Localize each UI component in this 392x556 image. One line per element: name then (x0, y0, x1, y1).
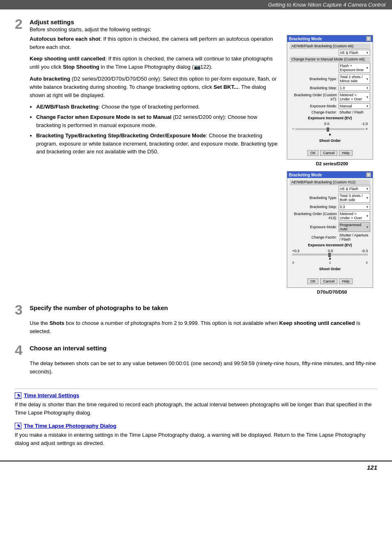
step-4-para: The delay between shots can be set to an… (30, 359, 377, 376)
d70-buttons: OK Cancel Help (290, 277, 370, 286)
d70-increment-label: Exposure Increment (EV) (290, 243, 370, 247)
d2-bracketing-type-select[interactable]: Total 2 shots / Minus side ▼ (339, 74, 370, 84)
d70-dialog-wrapper: Bracketing Mode × AE/WB/Flash Bracketing… (287, 171, 377, 295)
page-content: 2 Adjust settings Before shooting starts… (0, 9, 392, 461)
d70-bracketing-type-select[interactable]: Total 3 shots / Both side ▼ (339, 193, 370, 203)
autofocus-para: Autofocus before each shot: If this opti… (30, 35, 279, 51)
page-footer: 121 (0, 461, 392, 473)
step-3-block: 3 Specify the number of photographs to b… (15, 303, 377, 336)
d70-ok-button[interactable]: OK (307, 278, 318, 284)
d2-bracketing-step-row: Bracketing Step: 1.0 ▼ (290, 85, 370, 91)
keep-shooting-suffix: in the Time Lapse Photography dialog ( (99, 64, 194, 70)
bullet-bracketing-type-bold: Bracketing Type/Bracketing Step/Bracketi… (36, 132, 206, 139)
d70-slider-track[interactable] (292, 254, 368, 255)
note-time-interval-icon: ✎ (15, 392, 21, 399)
note-time-lapse-label: The Time Lapse Photography Dialog (24, 423, 116, 429)
step-3-number: 3 (15, 303, 26, 317)
d2-bracketing-order-select[interactable]: Metered > Under > Over ▼ (339, 92, 370, 102)
d70-tick-right: 2 (366, 261, 368, 264)
stop-shooting-label: Stop Shooting (63, 64, 99, 70)
d2-bracketing-type-arrow: ▼ (366, 77, 369, 81)
d70-title: Bracketing Mode (289, 173, 322, 177)
note-time-interval-title: ✎ Time Interval Settings (15, 392, 377, 399)
d2-bracketing-step-select[interactable]: 1.0 ▼ (339, 85, 370, 91)
d70-tick-marks: 3 1 2 (292, 261, 368, 264)
d70-help-button[interactable]: Help (339, 278, 353, 284)
d70-bracketing-order-label: Bracketing Order (Custom #13): (290, 212, 337, 220)
d70-bracketing-order-row: Bracketing Order (Custom #13): Metered >… (290, 211, 370, 221)
bullet-change-factor: Change Factor when Exposure Mode is set … (36, 113, 279, 129)
note-time-interval-label: Time Interval Settings (24, 392, 79, 398)
d2-bracketing-order-value: Metered > Under > Over (340, 93, 366, 101)
d70-exposure-mode-arrow: ▼ (366, 225, 369, 229)
page-number: 121 (367, 464, 377, 471)
bullet-bracketing-type: Bracketing Type/Bracketing Step/Bracketi… (36, 132, 279, 156)
d70-slider-right: -0.3 (361, 249, 368, 253)
bullet-ae-wb-text: : Choose the type of bracketing performe… (99, 104, 200, 110)
d2-bracketing-step-value: 1.0 (340, 86, 345, 90)
d2-section2-header: Change Factor in Manual Mode (Custom e6)… (290, 57, 370, 62)
step-3-title: Specify the number of photographs to be … (30, 304, 168, 311)
d2-slider-thumb[interactable] (327, 127, 329, 132)
d2-dialog: Bracketing Mode × AE/WB/Flash Bracketing… (287, 35, 373, 160)
d70-shoot-order-label: Shoot Order (290, 267, 370, 271)
d2-dialog-wrapper: Bracketing Mode × AE/WB/Flash Bracketing… (287, 35, 377, 167)
step-4-number: 4 (15, 343, 26, 357)
d2-row2-select[interactable]: Flash + Exposure time ▼ (339, 63, 370, 73)
d70-dialog: Bracketing Mode × AE/WB/Flash Bracketing… (287, 171, 373, 288)
d2-bracketing-order-arrow: ▼ (366, 95, 369, 99)
d2-ok-button[interactable]: OK (307, 150, 318, 156)
d2-body: AE/WB/Flash Bracketing (Custom e6): AE &… (287, 42, 373, 159)
d70-bracketing-order-select[interactable]: Metered > Under > Over ▼ (339, 211, 370, 221)
d70-change-factor-row: Change Factor: Shutter / Aperture / Flas… (290, 233, 370, 241)
d70-exposure-mode-row: Exposure Mode: Programmed Auto ▼ (290, 222, 370, 232)
d2-exposure-mode-select[interactable]: Manual ▼ (339, 103, 370, 109)
d70-cancel-button[interactable]: Cancel (320, 278, 337, 284)
d70-exposure-mode-select[interactable]: Programmed Auto ▼ (339, 222, 370, 232)
d2-slider-track[interactable] (295, 128, 364, 130)
d70-bracketing-type-value: Total 3 shots / Both side (340, 194, 366, 202)
d2-bracketing-order-label: Bracketing Order (Custom e7): (290, 93, 337, 101)
d70-bracketing-step-select[interactable]: 0.3 ▼ (339, 204, 370, 210)
bullet-change-factor-bold: Change Factor when Exposure Mode is set … (36, 114, 171, 120)
d2-close-button[interactable]: × (366, 36, 371, 41)
step-3-text1: Use the (30, 320, 49, 326)
page-header: Getting to Know Nikon Capture 4 Camera C… (0, 0, 392, 9)
d70-bracketing-step-arrow: ▼ (366, 205, 369, 209)
d70-slider-center: 0.0 (328, 249, 333, 253)
d70-slider-area: +0.3 0.0 -0.3 ▲ 3 (290, 248, 370, 265)
step-3-shots: Shots (49, 320, 64, 326)
d70-section1-header: AE/WB/Flash Bracketing (Custom #12): (290, 180, 370, 185)
d2-row1-select[interactable]: AE & Flash ▼ (339, 50, 370, 56)
d70-bracketing-order-arrow: ▼ (366, 214, 369, 218)
d2-change-factor-label: Change Factor: (290, 110, 337, 114)
note-time-lapse: ✎ The Time Lapse Photography Dialog If y… (15, 423, 377, 447)
d2-shoot-order-visual (290, 144, 370, 148)
d2-help-button[interactable]: Help (339, 150, 353, 156)
d70-bracketing-type-row: Bracketing Type: Total 3 shots / Both si… (290, 193, 370, 203)
d2-change-factor-row: Change Factor: Shutter / Flash (290, 110, 370, 114)
d70-row1-value: AE & Flash (340, 187, 358, 191)
d2-slider-labels: 0.0 -1.0 (292, 122, 368, 126)
d2-increment-label: Exposure Increment (EV) (290, 116, 370, 120)
step-3-keep: Keep shooting until cancelled (279, 320, 355, 326)
d2-slider-right: 0.0 (324, 122, 330, 126)
step-2-number: 2 (15, 17, 26, 31)
d2-shoot-order-label: Shoot Order (290, 139, 370, 143)
note-time-lapse-icon: ✎ (15, 423, 21, 429)
d2-row2-value: Flash + Exposure time (340, 64, 366, 72)
d2-exposure-mode-arrow: ▼ (366, 104, 369, 108)
d70-bracketing-type-arrow: ▼ (366, 196, 369, 200)
d70-exposure-mode-label: Exposure Mode: (290, 225, 337, 229)
d70-close-button[interactable]: × (366, 172, 371, 177)
d70-slider-thumb[interactable] (328, 253, 331, 257)
d2-cancel-button[interactable]: Cancel (320, 150, 337, 156)
d2-caption: D2 series/D200 (287, 161, 377, 166)
d2-bracketing-type-row: Bracketing Type: Total 2 shots / Minus s… (290, 74, 370, 84)
d70-row1-select[interactable]: AE & Flash ▼ (339, 186, 370, 192)
keep-shooting-label: Keep shooting until cancelled (30, 56, 105, 62)
autofocus-label: Autofocus before each shot (30, 36, 100, 42)
d2-exposure-mode-value: Manual (340, 104, 352, 108)
step-2-text-col: Autofocus before each shot: If this opti… (30, 35, 279, 159)
d2-bracketing-type-value: Total 2 shots / Minus side (340, 75, 366, 83)
